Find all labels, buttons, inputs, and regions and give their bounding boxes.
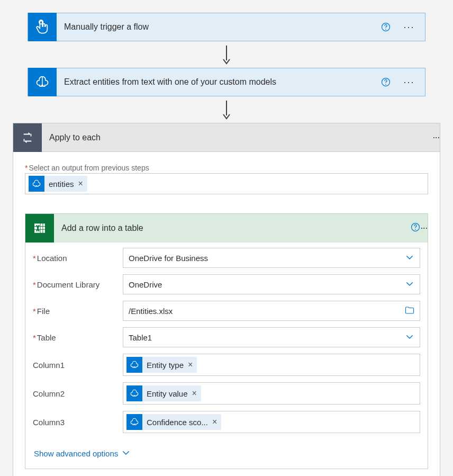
- ai-builder-icon: [126, 385, 142, 401]
- svg-point-15: [415, 229, 416, 230]
- close-icon[interactable]: ×: [212, 418, 217, 426]
- select-output-label: *Select an output from previous steps: [25, 164, 428, 172]
- show-advanced-options[interactable]: Show advanced options: [33, 439, 131, 459]
- library-value: OneDrive: [129, 280, 162, 289]
- close-icon[interactable]: ×: [78, 179, 83, 188]
- ai-builder-icon: [29, 176, 44, 192]
- entity-type-token[interactable]: Entity type ×: [126, 357, 197, 373]
- location-value: OneDrive for Business: [129, 254, 208, 263]
- ai-builder-icon: [28, 68, 57, 96]
- chevron-down-icon: [405, 332, 414, 343]
- more-icon[interactable]: ···: [433, 133, 440, 142]
- column2-label: Column2: [33, 389, 123, 398]
- table-label: *Table: [33, 333, 123, 342]
- column3-label: Column3: [33, 418, 123, 427]
- apply-output-input[interactable]: entities ×: [25, 173, 428, 194]
- chevron-down-icon: [405, 279, 414, 290]
- column1-label: Column1: [33, 361, 123, 370]
- file-value: /Entities.xlsx: [129, 307, 173, 316]
- trigger-card[interactable]: Manually trigger a flow ···: [28, 13, 425, 41]
- column2-input[interactable]: Entity value ×: [123, 382, 420, 405]
- loop-icon: [13, 123, 42, 152]
- library-label: *Document Library: [33, 280, 123, 289]
- ai-builder-icon: [126, 414, 142, 430]
- entity-value-token[interactable]: Entity value ×: [126, 385, 201, 401]
- excel-header[interactable]: Add a row into a table ···: [25, 214, 428, 243]
- file-label: *File: [33, 307, 123, 316]
- table-value: Table1: [129, 333, 152, 342]
- file-picker[interactable]: /Entities.xlsx: [123, 301, 420, 321]
- close-icon[interactable]: ×: [188, 361, 193, 369]
- excel-add-row-card: Add a row into a table ··· *Location One…: [25, 213, 428, 469]
- token-label: Entity type: [147, 361, 184, 370]
- column1-input[interactable]: Entity type ×: [123, 354, 420, 376]
- token-label: Entity value: [147, 389, 188, 398]
- manual-trigger-icon: [28, 13, 57, 41]
- help-icon[interactable]: [379, 76, 392, 88]
- token-label: entities: [49, 179, 74, 188]
- location-label: *Location: [33, 254, 123, 263]
- folder-icon[interactable]: [405, 306, 414, 316]
- help-icon[interactable]: [410, 222, 421, 235]
- more-icon[interactable]: ···: [398, 16, 420, 38]
- apply-title: Apply to each: [42, 133, 433, 142]
- more-icon[interactable]: ···: [421, 223, 428, 233]
- token-label: Confidence sco...: [147, 418, 208, 427]
- arrow-down-icon: [221, 100, 232, 120]
- arrow-down-icon: [221, 44, 232, 65]
- extract-entities-card[interactable]: Extract entities from text with one of y…: [28, 68, 425, 96]
- more-icon[interactable]: ···: [398, 71, 420, 93]
- svg-rect-8: [34, 223, 46, 233]
- apply-header[interactable]: Apply to each ···: [13, 123, 440, 152]
- entities-token[interactable]: entities ×: [29, 176, 87, 192]
- svg-point-6: [385, 84, 386, 85]
- trigger-title: Manually trigger a flow: [57, 22, 379, 32]
- location-select[interactable]: OneDrive for Business: [123, 248, 420, 268]
- help-icon[interactable]: [379, 21, 392, 33]
- close-icon[interactable]: ×: [192, 389, 197, 398]
- library-select[interactable]: OneDrive: [123, 274, 420, 294]
- excel-title: Add a row into a table: [54, 223, 410, 233]
- column3-input[interactable]: Confidence sco... ×: [123, 411, 420, 433]
- apply-to-each-card: Apply to each ··· *Select an output from…: [13, 123, 440, 476]
- chevron-down-icon: [121, 448, 131, 459]
- confidence-score-token[interactable]: Confidence sco... ×: [126, 414, 221, 430]
- chevron-down-icon: [405, 253, 414, 264]
- ai-builder-icon: [126, 357, 142, 373]
- extract-title: Extract entities from text with one of y…: [57, 77, 379, 87]
- table-select[interactable]: Table1: [123, 327, 420, 347]
- svg-point-2: [385, 29, 386, 30]
- excel-icon: [25, 214, 54, 243]
